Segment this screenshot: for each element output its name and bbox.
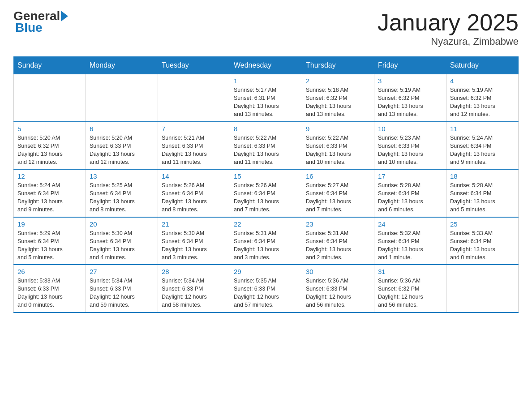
calendar-cell: 1Sunrise: 5:17 AM Sunset: 6:31 PM Daylig… — [230, 74, 302, 122]
calendar-cell: 27Sunrise: 5:34 AM Sunset: 6:33 PM Dayli… — [86, 265, 158, 313]
day-info: Sunrise: 5:31 AM Sunset: 6:34 PM Dayligh… — [306, 229, 370, 262]
day-info: Sunrise: 5:25 AM Sunset: 6:34 PM Dayligh… — [90, 181, 154, 214]
calendar-cell: 12Sunrise: 5:24 AM Sunset: 6:34 PM Dayli… — [14, 169, 86, 217]
day-info: Sunrise: 5:30 AM Sunset: 6:34 PM Dayligh… — [90, 229, 154, 262]
day-info: Sunrise: 5:26 AM Sunset: 6:34 PM Dayligh… — [162, 181, 226, 214]
calendar-header-sunday: Sunday — [14, 57, 86, 74]
day-number: 20 — [90, 220, 154, 228]
calendar-header-row: SundayMondayTuesdayWednesdayThursdayFrid… — [14, 57, 519, 74]
page-header: General Blue January 2025 Nyazura, Zimba… — [13, 9, 519, 47]
calendar-header-wednesday: Wednesday — [230, 57, 302, 74]
calendar-cell: 4Sunrise: 5:19 AM Sunset: 6:32 PM Daylig… — [446, 74, 519, 122]
calendar-cell: 28Sunrise: 5:34 AM Sunset: 6:33 PM Dayli… — [158, 265, 230, 313]
logo-arrow-icon — [61, 11, 68, 21]
day-info: Sunrise: 5:19 AM Sunset: 6:32 PM Dayligh… — [450, 86, 515, 119]
calendar-cell: 19Sunrise: 5:29 AM Sunset: 6:34 PM Dayli… — [14, 217, 86, 265]
day-number: 14 — [162, 172, 226, 180]
calendar-cell — [14, 74, 86, 122]
day-info: Sunrise: 5:33 AM Sunset: 6:34 PM Dayligh… — [450, 229, 515, 262]
day-number: 1 — [234, 77, 298, 85]
calendar-cell: 30Sunrise: 5:36 AM Sunset: 6:33 PM Dayli… — [302, 265, 374, 313]
calendar-cell: 29Sunrise: 5:35 AM Sunset: 6:33 PM Dayli… — [230, 265, 302, 313]
day-info: Sunrise: 5:26 AM Sunset: 6:34 PM Dayligh… — [234, 181, 298, 214]
day-number: 28 — [162, 268, 226, 275]
day-number: 23 — [306, 220, 370, 228]
calendar-cell: 24Sunrise: 5:32 AM Sunset: 6:34 PM Dayli… — [374, 217, 446, 265]
day-info: Sunrise: 5:24 AM Sunset: 6:34 PM Dayligh… — [450, 134, 515, 167]
day-info: Sunrise: 5:28 AM Sunset: 6:34 PM Dayligh… — [450, 181, 515, 214]
day-number: 22 — [234, 220, 298, 228]
calendar-cell: 9Sunrise: 5:22 AM Sunset: 6:33 PM Daylig… — [302, 122, 374, 170]
day-info: Sunrise: 5:18 AM Sunset: 6:32 PM Dayligh… — [306, 86, 370, 119]
calendar-cell: 25Sunrise: 5:33 AM Sunset: 6:34 PM Dayli… — [446, 217, 519, 265]
day-info: Sunrise: 5:31 AM Sunset: 6:34 PM Dayligh… — [234, 229, 298, 262]
day-info: Sunrise: 5:27 AM Sunset: 6:34 PM Dayligh… — [306, 181, 370, 214]
day-number: 17 — [378, 172, 442, 180]
calendar-cell: 10Sunrise: 5:23 AM Sunset: 6:33 PM Dayli… — [374, 122, 446, 170]
calendar-cell: 17Sunrise: 5:28 AM Sunset: 6:34 PM Dayli… — [374, 169, 446, 217]
calendar-week-row: 19Sunrise: 5:29 AM Sunset: 6:34 PM Dayli… — [14, 217, 519, 265]
day-info: Sunrise: 5:20 AM Sunset: 6:32 PM Dayligh… — [17, 134, 82, 167]
calendar-cell: 7Sunrise: 5:21 AM Sunset: 6:33 PM Daylig… — [158, 122, 230, 170]
calendar-week-row: 5Sunrise: 5:20 AM Sunset: 6:32 PM Daylig… — [14, 122, 519, 170]
day-info: Sunrise: 5:36 AM Sunset: 6:32 PM Dayligh… — [378, 277, 442, 309]
calendar-header-tuesday: Tuesday — [158, 57, 230, 74]
day-info: Sunrise: 5:19 AM Sunset: 6:32 PM Dayligh… — [378, 86, 442, 119]
calendar-header-saturday: Saturday — [446, 57, 519, 74]
day-number: 11 — [450, 125, 515, 133]
calendar-table: SundayMondayTuesdayWednesdayThursdayFrid… — [13, 56, 519, 313]
calendar-header-monday: Monday — [86, 57, 158, 74]
day-number: 13 — [90, 172, 154, 180]
calendar-cell: 21Sunrise: 5:30 AM Sunset: 6:34 PM Dayli… — [158, 217, 230, 265]
calendar-cell: 3Sunrise: 5:19 AM Sunset: 6:32 PM Daylig… — [374, 74, 446, 122]
day-info: Sunrise: 5:21 AM Sunset: 6:33 PM Dayligh… — [162, 134, 226, 167]
title-block: January 2025 Nyazura, Zimbabwe — [378, 9, 519, 47]
day-number: 24 — [378, 220, 442, 228]
calendar-title: January 2025 — [378, 9, 519, 36]
day-info: Sunrise: 5:20 AM Sunset: 6:33 PM Dayligh… — [90, 134, 154, 167]
day-number: 6 — [90, 125, 154, 133]
calendar-cell: 20Sunrise: 5:30 AM Sunset: 6:34 PM Dayli… — [86, 217, 158, 265]
day-number: 19 — [17, 220, 82, 228]
calendar-cell: 22Sunrise: 5:31 AM Sunset: 6:34 PM Dayli… — [230, 217, 302, 265]
day-info: Sunrise: 5:34 AM Sunset: 6:33 PM Dayligh… — [162, 277, 226, 309]
day-number: 10 — [378, 125, 442, 133]
day-info: Sunrise: 5:24 AM Sunset: 6:34 PM Dayligh… — [17, 181, 82, 214]
day-number: 29 — [234, 268, 298, 275]
calendar-cell: 8Sunrise: 5:22 AM Sunset: 6:33 PM Daylig… — [230, 122, 302, 170]
day-number: 31 — [378, 268, 442, 275]
calendar-cell — [446, 265, 519, 313]
calendar-cell: 6Sunrise: 5:20 AM Sunset: 6:33 PM Daylig… — [86, 122, 158, 170]
calendar-cell: 2Sunrise: 5:18 AM Sunset: 6:32 PM Daylig… — [302, 74, 374, 122]
day-info: Sunrise: 5:34 AM Sunset: 6:33 PM Dayligh… — [90, 277, 154, 309]
day-info: Sunrise: 5:23 AM Sunset: 6:33 PM Dayligh… — [378, 134, 442, 167]
calendar-cell: 26Sunrise: 5:33 AM Sunset: 6:33 PM Dayli… — [14, 265, 86, 313]
calendar-cell — [86, 74, 158, 122]
calendar-subtitle: Nyazura, Zimbabwe — [378, 36, 519, 47]
day-info: Sunrise: 5:30 AM Sunset: 6:34 PM Dayligh… — [162, 229, 226, 262]
day-info: Sunrise: 5:17 AM Sunset: 6:31 PM Dayligh… — [234, 86, 298, 119]
day-info: Sunrise: 5:33 AM Sunset: 6:33 PM Dayligh… — [17, 277, 82, 309]
logo-blue-text: Blue — [15, 21, 43, 35]
calendar-cell — [158, 74, 230, 122]
day-number: 12 — [17, 172, 82, 180]
calendar-header-friday: Friday — [374, 57, 446, 74]
logo: General Blue — [13, 9, 68, 35]
calendar-cell: 31Sunrise: 5:36 AM Sunset: 6:32 PM Dayli… — [374, 265, 446, 313]
day-number: 7 — [162, 125, 226, 133]
day-number: 8 — [234, 125, 298, 133]
calendar-cell: 15Sunrise: 5:26 AM Sunset: 6:34 PM Dayli… — [230, 169, 302, 217]
day-info: Sunrise: 5:28 AM Sunset: 6:34 PM Dayligh… — [378, 181, 442, 214]
calendar-week-row: 1Sunrise: 5:17 AM Sunset: 6:31 PM Daylig… — [14, 74, 519, 122]
day-number: 21 — [162, 220, 226, 228]
day-number: 4 — [450, 77, 515, 85]
calendar-cell: 18Sunrise: 5:28 AM Sunset: 6:34 PM Dayli… — [446, 169, 519, 217]
calendar-cell: 5Sunrise: 5:20 AM Sunset: 6:32 PM Daylig… — [14, 122, 86, 170]
day-info: Sunrise: 5:32 AM Sunset: 6:34 PM Dayligh… — [378, 229, 442, 262]
calendar-header-thursday: Thursday — [302, 57, 374, 74]
day-number: 18 — [450, 172, 515, 180]
calendar-week-row: 26Sunrise: 5:33 AM Sunset: 6:33 PM Dayli… — [14, 265, 519, 313]
day-number: 3 — [378, 77, 442, 85]
day-number: 30 — [306, 268, 370, 275]
day-info: Sunrise: 5:29 AM Sunset: 6:34 PM Dayligh… — [17, 229, 82, 262]
